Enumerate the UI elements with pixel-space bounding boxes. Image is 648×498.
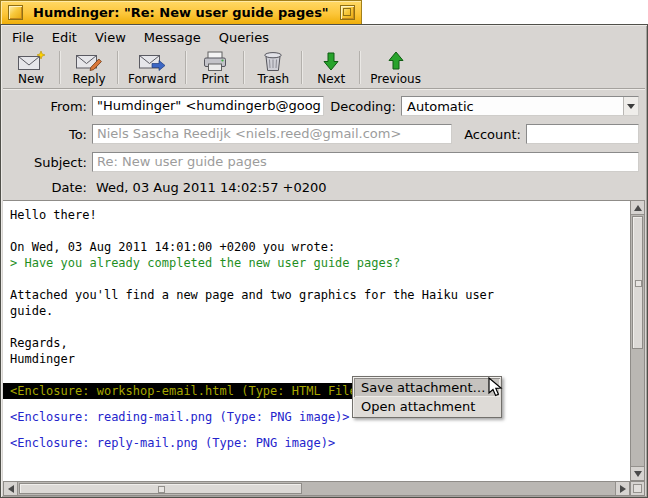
menu-queries[interactable]: Queries [210,28,278,47]
body-text-line: Humdinger [3,351,630,367]
dropdown-arrow-icon [623,97,638,115]
vertical-scrollbar[interactable] [630,200,645,481]
body-text-line [3,271,630,287]
body-text-line [3,367,630,383]
body-text-line: Hello there! [3,207,630,223]
account-label: Account: [455,126,521,144]
from-label: From: [3,98,87,116]
menu-edit[interactable]: Edit [43,28,86,47]
next-button-label: Next [317,73,345,86]
subject-field[interactable]: Re: New user guide pages [92,152,639,172]
body-text-line: guide. [3,303,630,319]
new-message-icon [16,50,46,72]
body-text-line [3,425,630,435]
window-title-tab[interactable]: Humdinger: "Re: New user guide pages" [0,0,362,24]
trash-button-label: Trash [257,73,289,86]
window-title: Humdinger: "Re: New user guide pages" [33,5,329,20]
to-label: To: [3,126,87,144]
close-button[interactable] [8,5,23,20]
scroll-left-icon[interactable] [4,482,18,495]
reply-icon [74,50,104,72]
forward-icon [137,50,167,72]
body-text-line: On Wed, 03 Aug 2011 14:01:00 +0200 you w… [3,239,630,255]
enclosure-line[interactable]: <Enclosure: workshop-email.html (Type: H… [3,383,630,399]
menu-message[interactable]: Message [135,28,210,47]
forward-button-label: Forward [128,73,176,86]
next-arrow-icon [316,50,346,72]
scroll-right-icon[interactable] [615,482,629,495]
message-body[interactable]: Hello there!On Wed, 03 Aug 2011 14:01:00… [3,200,630,481]
previous-button[interactable]: Previous [361,47,430,88]
forward-button[interactable]: Forward [119,47,185,88]
zoom-button[interactable] [340,5,355,20]
menu-bar: File Edit View Message Queries [3,27,645,47]
message-body-text: Hello there!On Wed, 03 Aug 2011 14:01:00… [3,201,630,451]
date-value: Wed, 03 Aug 2011 14:02:57 +0200 [96,179,327,197]
print-button-label: Print [201,73,229,86]
vertical-scrollbar-thumb[interactable] [632,216,643,349]
scroll-up-icon[interactable] [631,201,644,215]
decoding-dropdown[interactable]: Automatic [401,96,639,116]
body-text-line [3,223,630,239]
next-button[interactable]: Next [303,47,359,88]
decoding-value: Automatic [402,99,623,114]
menu-file[interactable]: File [3,28,43,47]
from-field[interactable]: "Humdinger" <humdingerb@goog [92,96,324,116]
horizontal-scrollbar[interactable] [3,481,630,496]
menu-item-open-attachment[interactable]: Open attachment [354,397,500,416]
body-text-line [3,319,630,335]
attachment-context-menu: Save attachment… Open attachment [352,376,502,418]
toolbar: New Reply Forward [3,47,645,89]
print-icon [200,50,230,72]
message-headers: From: "Humdinger" <humdingerb@goog Decod… [3,89,645,200]
desktop: Humdinger: "Re: New user guide pages" Fi… [0,0,648,498]
body-text-line: Regards, [3,335,630,351]
decoding-label: Decoding: [328,98,396,116]
enclosure-line[interactable]: <Enclosure: reply-mail.png (Type: PNG im… [3,435,630,451]
date-label: Date: [3,179,87,197]
body-text-line [3,399,630,409]
previous-button-label: Previous [370,73,421,86]
to-field[interactable]: Niels Sascha Reedijk <niels.reed@gmail.c… [92,124,452,144]
trash-button[interactable]: Trash [245,47,301,88]
mouse-cursor-icon [487,377,507,397]
print-button[interactable]: Print [187,47,243,88]
enclosure-line[interactable]: <Enclosure: reading-mail.png (Type: PNG … [3,409,630,425]
reply-button-label: Reply [72,73,105,86]
menu-item-save-attachment[interactable]: Save attachment… [354,378,500,397]
reply-button[interactable]: Reply [61,47,117,88]
menu-view[interactable]: View [86,28,135,47]
mail-window: File Edit View Message Queries New [0,24,648,498]
resize-corner[interactable] [630,481,645,496]
horizontal-scrollbar-thumb[interactable] [19,483,302,494]
new-button[interactable]: New [3,47,59,88]
body-text-line: > Have you already completed the new use… [3,255,630,271]
scroll-down-icon[interactable] [631,466,644,480]
account-field[interactable] [526,124,639,144]
trash-icon [258,50,288,72]
new-button-label: New [18,73,44,86]
previous-arrow-icon [381,50,411,72]
body-text-line: Attached you'll find a new page and two … [3,287,630,303]
subject-label: Subject: [3,154,87,172]
